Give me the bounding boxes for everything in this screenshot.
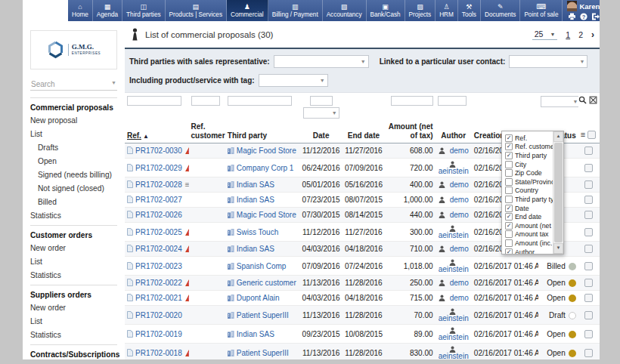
clear-filter-icon[interactable]: [589, 96, 597, 104]
row-checkbox[interactable]: [584, 294, 593, 302]
sidebar-item[interactable]: List: [30, 317, 117, 325]
proposal-ref-link[interactable]: PR1702-0019: [135, 330, 182, 338]
third-party-link[interactable]: Generic customer: [237, 279, 296, 287]
dropdown-scrollbar[interactable]: ▲ ▼: [553, 131, 563, 254]
user-name[interactable]: Karen: [579, 2, 600, 11]
author-link[interactable]: aeinstein: [439, 232, 469, 239]
sidebar-item[interactable]: Drafts: [30, 143, 117, 152]
third-party-filter-input[interactable]: [228, 96, 292, 106]
product-tag-select[interactable]: ▼: [259, 74, 328, 87]
third-party-link[interactable]: Swiss Touch: [237, 228, 278, 236]
third-party-link[interactable]: Magic Food Store: [237, 211, 296, 219]
third-party-link[interactable]: Indian SAS: [237, 196, 274, 204]
author-filter-input[interactable]: [438, 96, 467, 106]
author-link[interactable]: demo: [450, 147, 469, 155]
sidebar-item[interactable]: Signed (needs billing): [30, 171, 117, 179]
row-checkbox[interactable]: [584, 164, 593, 172]
third-party-link[interactable]: Dupont Alain: [237, 294, 280, 302]
select-all-checkbox[interactable]: [587, 131, 596, 139]
sidebar-item[interactable]: Open: [30, 157, 117, 165]
user-avatar[interactable]: [567, 1, 577, 11]
third-party-link[interactable]: Indian SAS: [237, 180, 274, 189]
tab-commercial[interactable]: ♟Commercial: [227, 0, 268, 21]
col-header-author[interactable]: Author: [436, 122, 472, 143]
column-option[interactable]: Zip Code: [505, 168, 553, 177]
ref-customer-filter-input[interactable]: [191, 96, 221, 106]
tab-projects[interactable]: ▨Projects: [405, 0, 436, 21]
third-party-link[interactable]: Indian SAS: [237, 330, 274, 338]
status-filter-select[interactable]: ▼: [541, 96, 578, 107]
unchecked-checkbox-icon[interactable]: [505, 239, 513, 247]
author-link[interactable]: demo: [450, 196, 469, 204]
row-checkbox[interactable]: [584, 330, 593, 338]
author-link[interactable]: aeinstein: [439, 168, 469, 175]
column-option[interactable]: ✓Amount (net of tax): [505, 221, 553, 230]
third-party-link[interactable]: Spanish Comp: [237, 262, 287, 270]
column-option[interactable]: ✓Ref.: [505, 134, 553, 143]
checked-checkbox-icon[interactable]: ✓: [505, 248, 513, 254]
search-icon[interactable]: [578, 96, 587, 104]
row-checkbox[interactable]: [584, 349, 593, 357]
column-selector-icon[interactable]: ≡: [581, 130, 585, 139]
sidebar-section-title[interactable]: Customer orders: [30, 231, 117, 239]
sidebar-item[interactable]: List: [30, 130, 117, 138]
proposal-ref-link[interactable]: PR1702-0026: [135, 211, 182, 219]
author-link[interactable]: demo: [450, 180, 469, 189]
row-checkbox[interactable]: [584, 180, 593, 189]
proposal-ref-link[interactable]: PR1702-0024: [135, 245, 182, 253]
sidebar-item[interactable]: Statistics: [30, 331, 117, 339]
sidebar-item[interactable]: Billed: [30, 198, 117, 206]
scroll-up-icon[interactable]: ▲: [553, 131, 563, 142]
author-link[interactable]: demo: [450, 294, 469, 302]
proposal-ref-link[interactable]: PR1702-0023: [135, 262, 182, 270]
page-link-1[interactable]: 1: [566, 30, 570, 39]
col-header-ref-customer[interactable]: Ref. customer: [189, 122, 225, 143]
page-size-select[interactable]: 25 ▼: [532, 29, 558, 40]
checked-checkbox-icon[interactable]: ✓: [505, 205, 513, 212]
amount-filter-input[interactable]: [391, 96, 433, 106]
sidebar-section-title[interactable]: Suppliers orders: [30, 291, 117, 299]
sidebar-item[interactable]: Statistics: [30, 211, 117, 220]
checked-checkbox-icon[interactable]: ✓: [505, 143, 513, 150]
sidebar-section-title[interactable]: Commercial proposals: [30, 103, 117, 112]
unchecked-checkbox-icon[interactable]: [505, 169, 513, 177]
tab-point-of-sale[interactable]: ⌨Point of sale: [520, 0, 563, 21]
author-link[interactable]: demo: [450, 211, 469, 219]
column-option[interactable]: Amount tax: [505, 230, 553, 239]
author-link[interactable]: aeinstein: [439, 315, 469, 322]
tab-bank-cash[interactable]: ▣Bank/Cash: [367, 0, 405, 21]
proposal-ref-link[interactable]: PR1702-0029: [135, 164, 182, 172]
row-checkbox[interactable]: [584, 196, 593, 204]
proposal-ref-link[interactable]: PR1702-0030: [135, 147, 182, 155]
sidebar-section-title[interactable]: Contracts/Subscriptions: [30, 350, 117, 359]
author-link[interactable]: aeinstein: [439, 266, 469, 273]
help-icon[interactable]: ?: [580, 13, 587, 20]
unchecked-checkbox-icon[interactable]: [505, 161, 513, 168]
proposal-ref-link[interactable]: PR1702-0028: [135, 180, 182, 189]
author-link[interactable]: demo: [450, 245, 469, 253]
third-party-link[interactable]: Company Corp 1: [237, 164, 294, 172]
sidebar-item[interactable]: New order: [30, 304, 117, 312]
row-checkbox[interactable]: [584, 147, 593, 155]
author-link[interactable]: aeinstein: [439, 353, 469, 360]
date-year-filter-input[interactable]: [310, 96, 333, 106]
sidebar-item[interactable]: New order: [30, 244, 117, 252]
author-link[interactable]: demo: [450, 279, 469, 287]
proposal-ref-link[interactable]: PR1702-0018: [135, 349, 182, 357]
tab-products-services[interactable]: ▤Products | Services: [166, 0, 227, 21]
column-option[interactable]: Amount (inc. tax): [505, 239, 553, 248]
row-checkbox[interactable]: [584, 262, 593, 270]
col-header-date[interactable]: Date: [299, 122, 342, 143]
row-checkbox[interactable]: [584, 228, 593, 236]
checked-checkbox-icon[interactable]: ✓: [505, 222, 513, 230]
column-option[interactable]: State/Province: [505, 177, 553, 187]
tab-hrm[interactable]: ♙HRM: [436, 0, 458, 21]
row-checkbox[interactable]: [584, 211, 593, 219]
column-option[interactable]: City: [505, 160, 553, 169]
tab-accountancy[interactable]: ▧Accountancy: [323, 0, 367, 21]
logout-icon[interactable]: [591, 13, 600, 20]
ref-filter-input[interactable]: [127, 96, 181, 106]
print-icon[interactable]: [568, 13, 576, 20]
proposal-ref-link[interactable]: PR1702-0020: [135, 311, 182, 319]
tab-billing-payment[interactable]: ▥Billing / Payment: [268, 0, 323, 21]
